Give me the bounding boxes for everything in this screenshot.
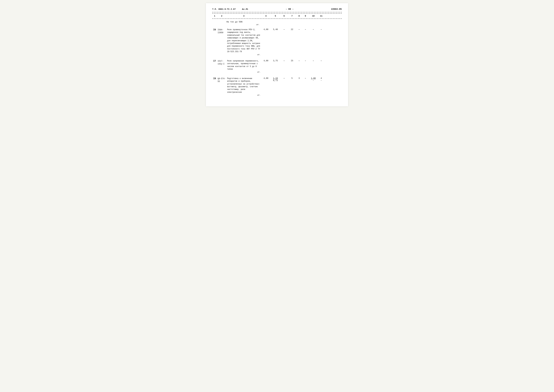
row-17-desc: Реле напряжения переменного, сигнальные,…	[227, 59, 261, 74]
row-18-col5: 1,19 0,73	[271, 77, 280, 82]
row-16: I6 I504–I2050 Реле промежуточное РПУ-2, …	[212, 28, 342, 56]
row-16-col9: –	[302, 28, 309, 31]
col-7-header: 7	[288, 14, 296, 18]
row-16-col6: –	[280, 28, 288, 31]
col-5-header: 5	[271, 14, 280, 18]
row-16-code: I504–I2050	[217, 28, 227, 35]
row-17-col8: –	[296, 59, 302, 62]
row-16-num: I6	[212, 28, 217, 31]
row-16-col4: 4,00	[261, 28, 271, 31]
col-9-header: 9	[302, 14, 309, 18]
col-11-header: 11	[318, 14, 324, 18]
table-row: I8 Ц8-574-55 Подготовка к включению аппа…	[212, 77, 342, 97]
table-row: I7 1517–142у–I Реле напряжения переменно…	[212, 59, 342, 74]
row-17-col10: –	[309, 59, 318, 62]
header-label: Ал.Л1	[242, 8, 248, 10]
row-16-col11: –	[318, 28, 324, 31]
pre-note: На ток до 50А	[227, 21, 342, 23]
row-17-col9: –	[302, 59, 309, 62]
row-17-num: I7	[212, 59, 217, 63]
top-dashed-line	[212, 12, 342, 12]
row-18-col7: 5	[288, 77, 296, 80]
row-18-col6: –	[280, 77, 288, 80]
row-18-col11: 4 –	[318, 77, 324, 82]
row-18-col10: 1,00 –	[309, 77, 318, 82]
pre-unit: шт.	[256, 24, 342, 26]
row-17: I7 1517–142у–I Реле напряжения переменно…	[212, 59, 342, 74]
content-area: На ток до 50А шт. I6 I504–I2050 Реле про…	[212, 21, 342, 97]
row-18-desc: Подготовка к включению аппаратов и прибо…	[227, 77, 261, 97]
col-8-header: 8	[296, 14, 302, 18]
document-page: Т.П. 0901-9-ТС.I.87 Ал.Л1 - 80 - 22663-0…	[206, 3, 348, 106]
row-17-col7: I5	[288, 59, 296, 62]
row-18-col4: 4,00	[261, 77, 271, 80]
col-3-header: 3	[227, 14, 261, 18]
table-row: I6 I504–I2050 Реле промежуточное РПУ-2, …	[212, 28, 342, 56]
header: Т.П. 0901-9-ТС.I.87 Ал.Л1 - 80 - 22663-0…	[212, 8, 342, 10]
header-left: Т.П. 0901-9-ТС.I.87 Ал.Л1	[212, 8, 248, 10]
col-4-header: 4	[261, 14, 271, 18]
row-17-col6: –	[280, 59, 288, 62]
row-16-col10: –	[309, 28, 318, 31]
row-18-col9: –	[302, 77, 309, 80]
row-18-num: I8	[212, 77, 217, 80]
header-code: Т.П. 0901-9-ТС.I.87	[212, 8, 236, 10]
row-16-col5: 5,40	[271, 28, 280, 31]
row-17-col5: 3,75	[271, 59, 280, 62]
header-right: 22663-05	[331, 8, 342, 10]
row-18-code: Ц8-574-55	[217, 77, 227, 83]
row-16-col8: –	[296, 28, 302, 31]
col-10-header: 10	[309, 14, 318, 18]
row-16-col7: 22	[288, 28, 296, 31]
row-17-col4: 4,00	[261, 59, 271, 62]
row-17-code: 1517–142у–I	[217, 59, 227, 66]
column-headers: 1 2 3 4 5 6 7 8 9 10 11	[212, 13, 342, 19]
col-2-header: 2	[217, 14, 227, 18]
header-center: - 80 -	[286, 8, 294, 10]
col-6-header: 6	[280, 14, 288, 18]
col-1-header: 1	[212, 14, 217, 18]
row-18: I8 Ц8-574-55 Подготовка к включению аппа…	[212, 77, 342, 97]
row-17-col11: –	[318, 59, 324, 62]
row-16-desc: Реле промежуточное РПУ-2, защищенное под…	[227, 28, 261, 56]
row-18-col8: 3	[296, 77, 302, 80]
